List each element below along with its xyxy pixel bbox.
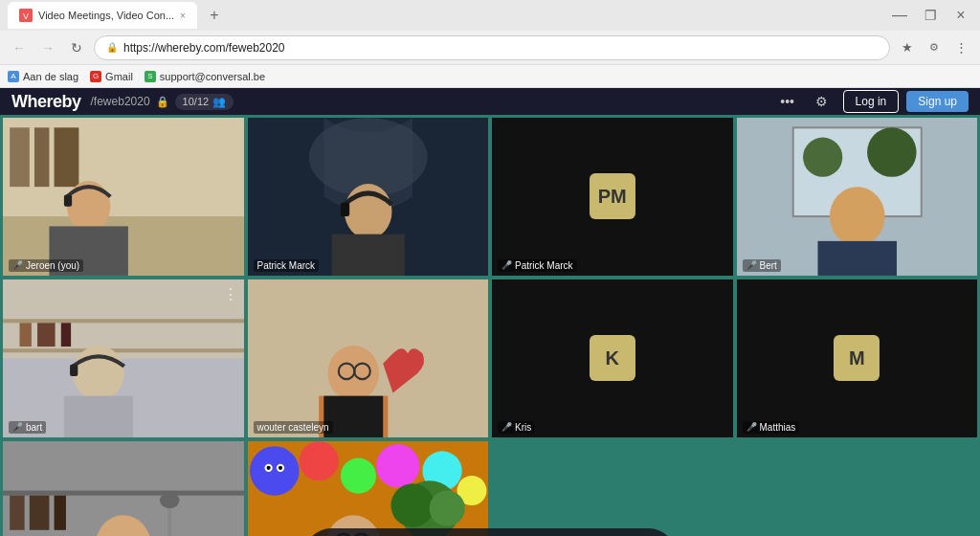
restore-button[interactable]: ❐ <box>919 4 942 27</box>
svg-rect-43 <box>3 490 244 495</box>
wouter-figure <box>248 279 489 437</box>
app-nav: Whereby /feweb2020 🔒 10/12 👥 ••• ⚙ Log i… <box>0 88 980 115</box>
bookmark-label: Aan de slag <box>23 71 78 82</box>
bart-figure <box>3 279 244 437</box>
mic-icon: 🎤 <box>746 260 757 270</box>
bert-figure <box>737 118 978 276</box>
room-path: /feweb2020 <box>91 95 150 108</box>
extensions-icon[interactable]: ⚙ <box>923 36 946 59</box>
window-controls: — ❐ × <box>888 4 972 27</box>
video-cell-alex: 🎤 Alex <box>2 440 245 536</box>
svg-rect-6 <box>55 127 79 187</box>
browser-tab[interactable]: V Video Meetings, Video Con... × <box>8 2 197 29</box>
bart-video <box>3 279 244 437</box>
matthias-avatar: M <box>834 335 880 381</box>
name-text: Bert <box>760 260 777 271</box>
bottom-toolbar: Cam Mic Share Chat <box>304 528 676 536</box>
minimize-button[interactable]: — <box>888 4 911 27</box>
jeroen-video <box>3 118 244 276</box>
video-cell-jelle: jelle <box>247 440 490 536</box>
refresh-button[interactable]: ↻ <box>65 36 88 59</box>
pm-avatar: PM <box>590 173 635 219</box>
jeroen-figure <box>3 118 244 276</box>
video-cell-matthias: M 🎤 Matthias <box>736 279 979 438</box>
nav-right: ••• ⚙ Log in Sign up <box>774 88 969 115</box>
bookmarks-icon[interactable]: ★ <box>896 36 919 59</box>
patrick1-video <box>248 118 489 276</box>
mic-icon: 🎤 <box>12 422 23 432</box>
lock-icon: 🔒 <box>106 42 118 53</box>
svg-rect-26 <box>3 348 244 352</box>
bookmark-aandeslag[interactable]: A Aan de slag <box>8 71 78 82</box>
svg-rect-4 <box>10 127 30 187</box>
forward-button[interactable]: → <box>36 36 59 59</box>
alex-figure <box>3 441 244 536</box>
participants-icon: 👥 <box>212 96 226 108</box>
mic-icon: 🎤 <box>501 422 512 432</box>
video-cell-patrick1: Patrick Marck <box>247 117 490 277</box>
svg-rect-28 <box>37 323 56 346</box>
svg-point-52 <box>250 446 300 496</box>
svg-point-21 <box>829 187 884 246</box>
svg-point-61 <box>278 466 281 470</box>
svg-rect-22 <box>817 241 896 276</box>
wouter-name-label: wouter casteleyn <box>254 421 333 434</box>
svg-point-55 <box>375 444 418 487</box>
kris-avatar: K <box>590 335 635 381</box>
jelle-video <box>248 441 489 536</box>
bert-video <box>737 118 978 276</box>
kris-placeholder: K <box>492 279 733 437</box>
patrick1-figure <box>248 118 489 276</box>
menu-icon[interactable]: ⋮ <box>949 36 972 59</box>
participant-badge: 10/12 👥 <box>175 94 234 110</box>
svg-rect-15 <box>340 203 348 216</box>
patrick1-name-label: Patrick Marck <box>254 259 320 272</box>
video-cell-bart: ⋮ 🎤 bart <box>2 279 245 438</box>
video-cell-kris: K 🎤 Kris <box>491 279 734 438</box>
url-text: https://whereby.com/feweb2020 <box>123 41 878 55</box>
close-tab-button[interactable]: × <box>180 11 186 21</box>
bookmark-gmail[interactable]: G Gmail <box>90 71 133 82</box>
patrick2-name-label: 🎤 Patrick Marck <box>498 259 577 272</box>
bookmark-support[interactable]: S support@conversal.be <box>145 71 265 82</box>
svg-rect-10 <box>64 194 72 206</box>
video-cell-wouter: wouter casteleyn <box>247 279 490 438</box>
signup-button[interactable]: Sign up <box>906 91 969 112</box>
bert-name-label: 🎤 Bert <box>743 259 781 272</box>
new-tab-button[interactable]: + <box>201 2 228 29</box>
svg-point-30 <box>73 346 124 401</box>
settings-button[interactable]: ⚙ <box>809 88 835 115</box>
options-button-bart[interactable]: ⋮ <box>223 285 238 303</box>
matthias-placeholder: M <box>737 279 978 437</box>
name-text: Kris <box>515 422 531 433</box>
matthias-name-label: 🎤 Matthias <box>743 421 800 434</box>
browser-bookmarks: A Aan de slag G Gmail S support@conversa… <box>0 65 980 88</box>
video-area: 🎤 Jeroen (you) <box>0 115 980 536</box>
name-text: Patrick Marck <box>257 260 316 271</box>
bookmark-icon: A <box>8 71 19 82</box>
video-cell-empty2 <box>736 440 979 536</box>
alex-video <box>3 441 244 536</box>
patrick2-placeholder: PM <box>492 118 733 276</box>
wouter-video <box>248 279 489 437</box>
back-button[interactable]: ← <box>8 36 31 59</box>
name-text: Patrick Marck <box>515 260 573 271</box>
video-cell-patrick2: PM 🎤 Patrick Marck <box>491 117 734 277</box>
login-button[interactable]: Log in <box>843 90 900 113</box>
svg-rect-44 <box>10 496 24 530</box>
video-cell-empty1 <box>491 440 734 536</box>
svg-point-50 <box>160 493 180 508</box>
svg-rect-14 <box>331 234 404 276</box>
more-options-button[interactable]: ••• <box>774 88 801 115</box>
close-window-button[interactable]: × <box>949 4 972 27</box>
url-bar[interactable]: 🔒 https://whereby.com/feweb2020 <box>94 35 890 60</box>
browser-toolbar: ← → ↻ 🔒 https://whereby.com/feweb2020 ★ … <box>0 31 980 65</box>
browser-title-bar: V Video Meetings, Video Con... × + — ❐ × <box>0 0 980 31</box>
svg-point-53 <box>299 441 338 480</box>
svg-point-65 <box>429 490 464 525</box>
support-icon: S <box>145 71 156 82</box>
name-text: Matthias <box>760 422 796 433</box>
svg-rect-31 <box>64 396 133 437</box>
svg-point-54 <box>340 458 375 493</box>
svg-text:V: V <box>23 11 29 21</box>
